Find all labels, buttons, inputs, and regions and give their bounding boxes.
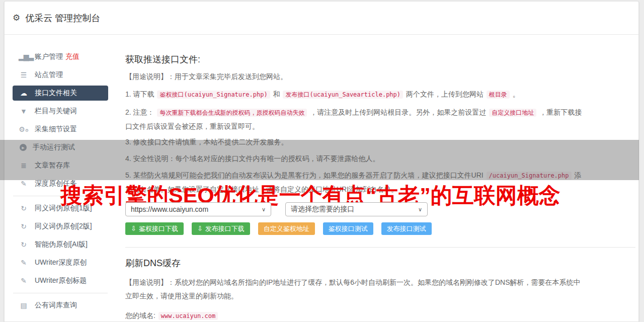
- sidebar-item-label: 手动运行测试: [33, 143, 75, 152]
- sidebar-divider: [13, 293, 108, 293]
- inline-code: 鉴权接口(ucaiyun_Signature.php): [157, 91, 270, 99]
- sidebar-item-manual-run-test[interactable]: ▶手动运行测试: [13, 138, 108, 156]
- sidebar-item-label: UWriter深度原创: [35, 258, 87, 267]
- site-url-select-value: https://www.ucaiyun.com: [131, 205, 208, 213]
- cloud-upload-icon: ☁: [19, 89, 29, 97]
- sidebar-item-public-thesaurus[interactable]: ▤公有词库查询: [13, 296, 108, 314]
- app-header: ⚙ 优采云 管理控制台: [5, 2, 638, 35]
- inline-code: 自定义接口地址: [489, 109, 536, 117]
- play-icon: ▶: [20, 144, 27, 151]
- sidebar-item-ai-rewrite[interactable]: ↻智能伪原创[AI版]: [13, 235, 108, 254]
- interface-controls: https://www.ucaiyun.com ∨ 请选择您需要的接口 ∨: [125, 202, 582, 216]
- test-publish-button[interactable]: 发布接口测试: [381, 222, 432, 235]
- refresh-icon: ↻: [19, 222, 29, 230]
- interface-buttons: ⇩鉴权接口下载⇩发布接口下载自定义鉴权地址鉴权接口测试发布接口测试: [125, 222, 582, 235]
- sidebar-item-label: 深度原创任务: [35, 179, 77, 188]
- usage-note: 【用途说明】：用于文章采集完毕后发送到您网站。: [125, 70, 582, 84]
- sidebar-item-label: 站点管理: [35, 70, 63, 79]
- button-label: 发布接口测试: [387, 224, 426, 233]
- sidebar-item-account[interactable]: ▂▆▃账户管理充值: [13, 48, 108, 66]
- inline-code: /ucaiyun_Signature.php: [487, 172, 572, 180]
- sidebar-item-label: 文章暂存库: [35, 161, 70, 170]
- sidebar-item-uwriter-deep[interactable]: ✎UWriter深度原创: [13, 254, 108, 272]
- sidebar-item-collect-settings[interactable]: ⚙采集细节设置: [13, 120, 108, 138]
- instruction-item-4: 4. 安全性说明：每个域名对应的接口文件内有唯一的授权码，请不要泄露给他人。: [125, 152, 582, 166]
- instruction-item-1: 1. 请下载 鉴权接口(ucaiyun_Signature.php) 和 发布接…: [125, 88, 582, 102]
- custom-auth-url-button[interactable]: 自定义鉴权地址: [258, 222, 315, 235]
- sidebar-item-label: 同义词伪原创[1版]: [35, 204, 92, 213]
- page-card: ⚙ 优采云 管理控制台 ▂▆▃账户管理充值☰站点管理☁接口文件相关▼栏目与关键词…: [4, 1, 639, 322]
- app-title: 优采云 管理控制台: [25, 12, 100, 24]
- sidebar-item-label: 同义词伪原创[2版]: [35, 222, 92, 231]
- instruction-item-3: 3. 修改接口文件请慎重，本站不提供二次开发服务。: [125, 135, 582, 149]
- sidebar-menu: ▂▆▃账户管理充值☰站点管理☁接口文件相关▼栏目与关键词⚙采集细节设置▶手动运行…: [5, 35, 125, 314]
- edit-icon: ✎: [19, 259, 29, 267]
- domain-label: 您的域名:: [125, 311, 155, 319]
- gear-icon: ⚙: [13, 13, 20, 23]
- sidebar-item-synonym-v2[interactable]: ↻同义词伪原创[2版]: [13, 217, 108, 235]
- edit-icon: ✎: [19, 180, 29, 188]
- button-label: 鉴权接口下载: [139, 224, 178, 233]
- bar-chart-icon: ▂▆▃: [19, 53, 29, 61]
- download-icon: ⇩: [197, 225, 203, 232]
- inline-code: 每次重新下载都会生成新的授权码，原授权码自动失效: [157, 109, 307, 117]
- main-content: 获取推送接口文件: 【用途说明】：用于文章采集完毕后发送到您网站。 1. 请下载…: [125, 35, 638, 322]
- section-divider: [125, 247, 635, 248]
- dns-section-title: 刷新DNS缓存: [125, 258, 582, 269]
- sidebar-item-label: 智能伪原创[AI版]: [35, 240, 88, 249]
- download-icon: ⇩: [131, 225, 136, 232]
- refresh-icon: ↻: [19, 204, 29, 212]
- refresh-icon: ↻: [19, 240, 29, 249]
- recharge-badge[interactable]: 充值: [65, 52, 79, 61]
- download-auth-button[interactable]: ⇩鉴权接口下载: [125, 222, 184, 235]
- inline-code: 根目录: [487, 91, 510, 99]
- button-label: 自定义鉴权地址: [264, 224, 309, 233]
- instruction-item-2: 2. 注意： 每次重新下载都会生成新的授权码，原授权码自动失效 ，请注意及时上传…: [125, 106, 582, 133]
- sidebar-item-article-staging[interactable]: ≣文章暂存库: [13, 156, 108, 175]
- test-auth-button[interactable]: 鉴权接口测试: [323, 222, 373, 235]
- sidebar-item-label: 栏目与关键词: [35, 107, 77, 116]
- sidebar-item-columns-keywords[interactable]: ▼栏目与关键词: [13, 102, 108, 120]
- sidebar: ▂▆▃账户管理充值☰站点管理☁接口文件相关▼栏目与关键词⚙采集细节设置▶手动运行…: [5, 35, 125, 322]
- site-url-select[interactable]: https://www.ucaiyun.com ∨: [125, 202, 271, 216]
- sidebar-item-sites[interactable]: ☰站点管理: [13, 66, 108, 84]
- book-icon: ▤: [19, 301, 29, 309]
- section-title: 获取推送接口文件:: [125, 54, 582, 65]
- server-icon: ☰: [19, 71, 29, 79]
- edit-icon: ✎: [19, 277, 29, 285]
- download-publish-button[interactable]: ⇩发布接口下载: [192, 222, 250, 235]
- sidebar-item-label: 账户管理: [35, 52, 63, 61]
- chevron-down-icon: ∨: [418, 206, 422, 213]
- sidebar-item-label: 接口文件相关: [35, 89, 77, 98]
- gears-icon: ⚙: [19, 125, 29, 133]
- domain-line: 您的域名: www.ucaiyun.com: [125, 309, 582, 322]
- button-label: 发布接口下载: [205, 224, 245, 233]
- instruction-item-5: 5. 某些防火墙规则可能会把我们的自动发布误认为是黑客行为，如果您的服务器开启了…: [125, 169, 582, 196]
- sidebar-item-label: 公有词库查询: [35, 301, 77, 310]
- filter-icon: ▼: [19, 107, 29, 115]
- sidebar-item-label: 采集细节设置: [35, 125, 77, 134]
- interface-select[interactable]: 请选择您需要的接口 ∨: [285, 202, 428, 216]
- sidebar-item-deep-original-task[interactable]: ✎深度原创任务: [13, 175, 108, 193]
- sidebar-item-interface-files[interactable]: ☁接口文件相关: [13, 86, 108, 101]
- inline-code: 发布接口(ucaiyun_Savearticle.php): [283, 91, 403, 99]
- sidebar-item-synonym-v1[interactable]: ↻同义词伪原创[1版]: [13, 199, 108, 217]
- dns-usage-note: 【用途说明】：系统对您的网站域名所指向的IP地址进行了缓存，默认每6小时自动刷新…: [125, 276, 582, 303]
- sidebar-item-label: UWriter原创标题: [35, 276, 87, 285]
- chevron-down-icon: ∨: [262, 206, 266, 213]
- database-icon: ≣: [19, 162, 29, 170]
- sidebar-item-uwriter-title[interactable]: ✎UWriter原创标题: [13, 272, 108, 290]
- sidebar-divider: [13, 196, 108, 196]
- interface-select-placeholder: 请选择您需要的接口: [291, 205, 354, 214]
- domain-value: www.ucaiyun.com: [158, 312, 218, 320]
- button-label: 鉴权接口测试: [329, 224, 368, 233]
